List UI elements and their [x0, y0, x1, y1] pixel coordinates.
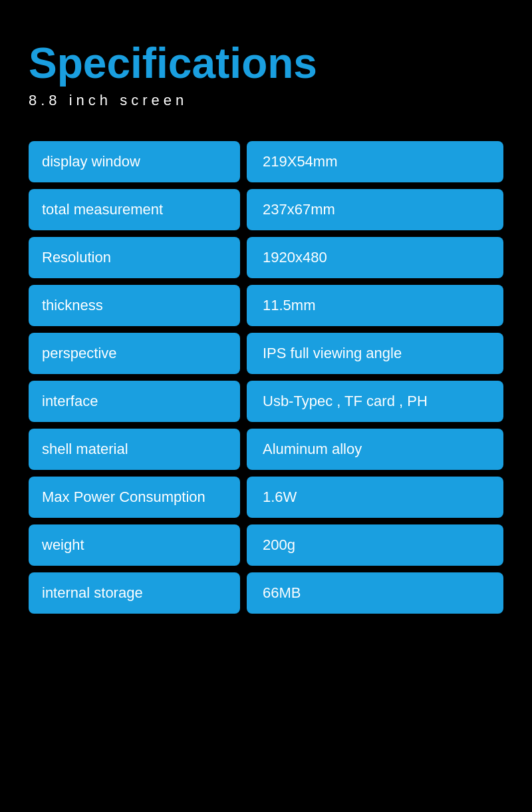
spec-label-3: thickness	[29, 285, 240, 326]
spec-label-7: Max Power Consumption	[29, 477, 240, 518]
spec-label-1: total measurement	[29, 189, 240, 230]
spec-value-3: 11.5mm	[247, 285, 503, 326]
table-row: total measurement237x67mm	[29, 189, 503, 230]
spec-value-9: 66MB	[247, 572, 503, 614]
table-row: Resolution1920x480	[29, 237, 503, 278]
spec-value-7: 1.6W	[247, 477, 503, 518]
spec-label-5: interface	[29, 381, 240, 422]
table-row: interfaceUsb-Typec , TF card , PH	[29, 381, 503, 422]
spec-label-9: internal storage	[29, 572, 240, 614]
spec-label-8: weight	[29, 524, 240, 566]
table-row: perspectiveIPS full viewing angle	[29, 333, 503, 374]
spec-value-5: Usb-Typec , TF card , PH	[247, 381, 503, 422]
spec-label-2: Resolution	[29, 237, 240, 278]
spec-value-4: IPS full viewing angle	[247, 333, 503, 374]
table-row: thickness11.5mm	[29, 285, 503, 326]
table-row: weight200g	[29, 524, 503, 566]
spec-label-0: display window	[29, 141, 240, 182]
table-row: shell materialAluminum alloy	[29, 429, 503, 470]
page-subtitle: 8.8 inch screen	[29, 92, 503, 109]
spec-value-6: Aluminum alloy	[247, 429, 503, 470]
spec-label-4: perspective	[29, 333, 240, 374]
spec-value-1: 237x67mm	[247, 189, 503, 230]
spec-value-0: 219X54mm	[247, 141, 503, 182]
spec-value-2: 1920x480	[247, 237, 503, 278]
table-row: Max Power Consumption1.6W	[29, 477, 503, 518]
spec-label-6: shell material	[29, 429, 240, 470]
page-title: Specifications	[29, 40, 503, 87]
spec-value-8: 200g	[247, 524, 503, 566]
table-row: internal storage66MB	[29, 572, 503, 614]
specs-table: display window219X54mmtotal measurement2…	[29, 141, 503, 614]
table-row: display window219X54mm	[29, 141, 503, 182]
